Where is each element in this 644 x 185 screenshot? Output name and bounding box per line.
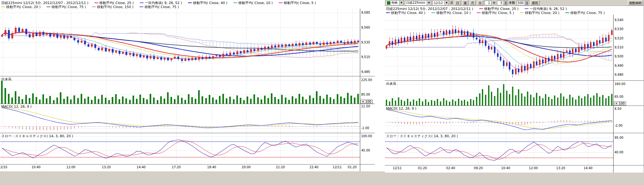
spinner-up-icon[interactable]: ▲ — [526, 1, 528, 3]
volume-chart-canvas[interactable] — [0, 76, 360, 104]
y-axis-label: 95.00 — [614, 136, 623, 139]
y-axis-label: 9,535 — [361, 41, 370, 44]
legend-item: 移動平均( Close, 75 ) — [140, 5, 179, 9]
legend-item: 移動平均( Close, 5 ) — [279, 1, 316, 5]
y-axis-label: 11.50 — [361, 105, 370, 108]
bars-value-field[interactable]: 500 — [517, 1, 525, 5]
x-axis-label: 12/10 — [0, 165, 10, 169]
apply-button[interactable]: 適用 — [530, 0, 540, 5]
x-axis-label: 14:40 — [581, 166, 596, 170]
legend-item: 移動平均( Close, 75 ) — [565, 11, 605, 15]
x-axis-label: 13:20 — [99, 165, 114, 169]
legend-item: 移動平均( Close, 20 ) — [1, 5, 41, 9]
volume-pane — [0, 76, 360, 104]
symbol-select-value: 日経225mini — [406, 1, 425, 5]
stochastics-axis: 100.0045.00 — [360, 133, 375, 165]
date-select-value: 12/12 — [434, 1, 443, 5]
legend-color-chip — [520, 12, 524, 13]
x-axis-label: 01:20 — [415, 166, 430, 170]
legend-color-chip — [47, 7, 50, 7]
y-axis-label: 65.00 — [614, 95, 623, 98]
x-axis-label: 01:20 — [345, 165, 360, 169]
macd-pane — [0, 104, 360, 133]
category-select[interactable]: 先物▼ — [386, 0, 404, 6]
macd-chart-canvas[interactable] — [0, 104, 360, 133]
x-axis-label: 21:20 — [273, 165, 288, 169]
symbol-select[interactable]: 日経225mini▼ — [405, 0, 431, 6]
legend-item: 移動平均( Close, 40 ) — [188, 1, 228, 5]
spinner-down-icon[interactable]: ▼ — [526, 3, 528, 5]
x-axis-label: 13:20 — [553, 166, 568, 170]
legend-color-chip — [140, 7, 143, 7]
legend-item: 移動平均( Close, 40 ) — [386, 11, 426, 15]
y-axis-label: 9,510 — [361, 55, 370, 59]
x-axis-label: 10:40 — [29, 165, 44, 169]
x-axis-label: 02:40 — [443, 166, 458, 170]
y-axis-label: 160.00 — [614, 82, 625, 86]
legend-color-chip — [1, 7, 5, 7]
count-spinner[interactable]: ▲▼ — [504, 0, 508, 6]
legend-row-2: 移動平均( Close, 40 ) 移動平均( Close, 10 ) 移動平均… — [386, 11, 610, 15]
legend-color-chip — [188, 2, 192, 3]
y-axis-label: 225.00 — [361, 78, 372, 82]
price-chart-canvas[interactable] — [385, 15, 613, 80]
spinner-down-icon[interactable]: ▼ — [505, 3, 507, 5]
spinner-up-icon[interactable]: ▲ — [505, 1, 507, 3]
macd-chart-canvas[interactable] — [385, 106, 613, 133]
legend-color-chip — [94, 2, 98, 3]
legend-color-chip — [386, 12, 390, 13]
x-axis-label: 20:00 — [239, 165, 254, 169]
date-select[interactable]: 12/12▼ — [433, 0, 449, 6]
legend-color-chip — [525, 8, 528, 9]
period-month-button[interactable]: 月 — [470, 0, 476, 5]
volume-multiplier-badge: × 100 — [614, 102, 626, 106]
y-axis-label: 45.00 — [361, 149, 370, 152]
axis-corner — [360, 165, 375, 171]
interval-unit-label: 分 — [493, 1, 496, 5]
price-chart-canvas[interactable] — [0, 9, 360, 76]
legend-item: 移動平均( Close, 20 ) — [520, 11, 559, 15]
bars-count-label: 本数 — [509, 1, 515, 5]
y-axis-label: 9,540 — [614, 18, 623, 22]
price-pane — [385, 15, 613, 81]
volume-chart-canvas[interactable] — [385, 81, 613, 106]
x-axis: 12/1101:2002:4009:2010:4012:0013:2014:40 — [385, 165, 613, 173]
chevron-down-icon: ▼ — [444, 1, 449, 5]
legend-item: 移動平均( Close, 150 ) — [92, 5, 134, 9]
y-axis-label: 9,490 — [614, 64, 623, 67]
chevron-down-icon: ▼ — [427, 1, 431, 5]
y-axis-label: 40.00 — [614, 151, 623, 154]
legend-color-chip — [477, 12, 481, 13]
y-axis-label: 9,485 — [361, 70, 370, 74]
x-axis-label: 12:00 — [526, 166, 541, 170]
bar-type-label: 足 — [450, 1, 453, 5]
x-axis-label: 18:40 — [204, 165, 219, 169]
y-axis-label: -1.00 — [361, 126, 369, 130]
legend-color-chip — [92, 7, 96, 7]
legend-color-chip — [140, 2, 144, 3]
period-week-button[interactable]: 週 — [462, 0, 468, 5]
chevron-down-icon: ▼ — [399, 1, 403, 5]
legend-color-chip — [233, 2, 237, 3]
x-axis-label: 14:40 — [134, 165, 149, 169]
window-background — [0, 171, 644, 185]
x-axis-label: 17:20 — [169, 165, 184, 169]
macd-axis: 6.50-2.00 — [613, 106, 644, 133]
macd-pane-label: MACD( 12, 26, 9 ) — [386, 106, 416, 111]
legend-item: 移動平均( Close, 75 ) — [47, 5, 86, 9]
axis-corner — [613, 165, 644, 173]
volume-pane-label: 出来高 — [1, 77, 12, 82]
period-minute-button[interactable]: 分 — [477, 0, 483, 5]
multi-symbol-button[interactable]: 複数銘柄 — [628, 0, 643, 5]
y-axis-label: 9,520 — [614, 37, 623, 40]
macd-pane — [385, 106, 613, 133]
legend-row-2: 移動平均( Close, 20 ) 移動平均( Close, 75 ) 移動平均… — [1, 5, 184, 9]
bars-spinner[interactable]: ▲▼ — [525, 0, 529, 6]
interval-value-field[interactable]: 1 — [485, 1, 491, 5]
x-axis-label: 12/11 — [330, 165, 345, 169]
period-day-button[interactable]: 日 — [455, 0, 461, 5]
legend-item: 移動平均( Close, 10 ) — [431, 11, 471, 15]
count-value-field[interactable]: 5 — [497, 1, 504, 5]
x-axis-label: 12:00 — [63, 165, 78, 169]
x-axis: 12/1010:4012:0013:2014:4017:2018:4020:00… — [0, 165, 360, 171]
